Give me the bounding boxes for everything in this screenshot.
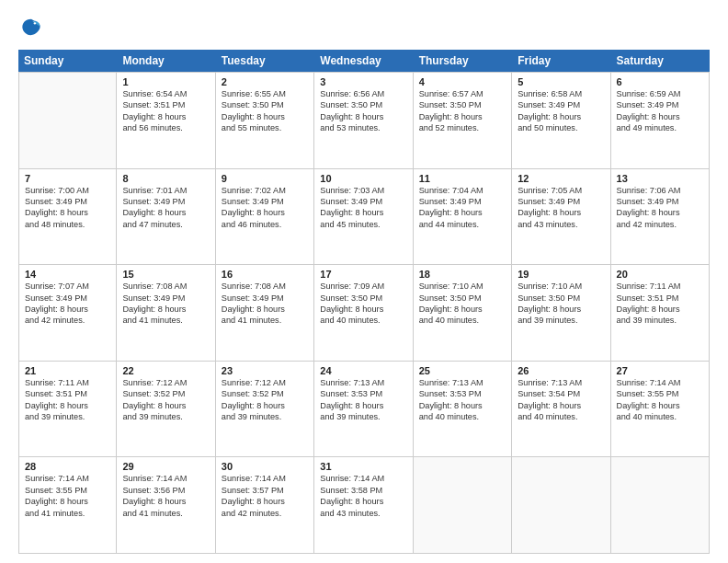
cell-info-line: Daylight: 8 hours <box>320 304 406 315</box>
cell-info-line: Sunset: 3:52 PM <box>222 388 308 399</box>
calendar-cell: 8Sunrise: 7:01 AMSunset: 3:49 PMDaylight… <box>117 169 215 265</box>
cell-info-line: Daylight: 8 hours <box>122 400 209 411</box>
cell-info-line: Sunrise: 7:13 AM <box>320 377 406 388</box>
cell-info-line: Daylight: 8 hours <box>419 111 506 122</box>
cell-info-line: Sunset: 3:50 PM <box>419 293 506 304</box>
calendar-cell: 2Sunrise: 6:55 AMSunset: 3:50 PMDaylight… <box>216 73 314 168</box>
cell-info-line: Daylight: 8 hours <box>122 496 209 507</box>
calendar-cell <box>18 73 117 168</box>
day-number: 8 <box>122 173 209 184</box>
cell-info-line: Daylight: 8 hours <box>419 207 506 218</box>
calendar-header: SundayMondayTuesdayWednesdayThursdayFrid… <box>18 50 710 72</box>
cell-info-line: Sunrise: 7:14 AM <box>320 473 406 484</box>
cell-info-line: Sunrise: 7:11 AM <box>617 281 703 292</box>
calendar-cell: 30Sunrise: 7:14 AMSunset: 3:57 PMDayligh… <box>216 457 314 553</box>
cell-info-line: and 50 minutes. <box>518 122 604 133</box>
cell-info-line: Sunrise: 7:10 AM <box>518 281 604 292</box>
day-number: 11 <box>419 173 506 184</box>
cell-info-line: Sunset: 3:49 PM <box>222 293 308 304</box>
cell-info-line: Sunrise: 6:54 AM <box>122 88 209 99</box>
cell-info-line: Daylight: 8 hours <box>222 111 308 122</box>
cell-info-line: Daylight: 8 hours <box>320 400 406 411</box>
cell-info-line: Daylight: 8 hours <box>419 400 506 411</box>
day-number: 3 <box>320 76 406 87</box>
day-number: 25 <box>419 365 506 376</box>
calendar-body: 1Sunrise: 6:54 AMSunset: 3:51 PMDaylight… <box>18 72 710 554</box>
cell-info-line: Sunset: 3:49 PM <box>419 196 506 207</box>
cell-info-line: and 39 minutes. <box>122 411 209 422</box>
calendar-cell: 28Sunrise: 7:14 AMSunset: 3:55 PMDayligh… <box>18 457 117 553</box>
calendar-cell: 25Sunrise: 7:13 AMSunset: 3:53 PMDayligh… <box>414 362 512 457</box>
calendar-cell <box>414 457 512 553</box>
cell-info-line: Sunset: 3:51 PM <box>617 293 703 304</box>
cell-info-line: Sunset: 3:53 PM <box>320 388 406 399</box>
cell-info-line: and 40 minutes. <box>617 411 703 422</box>
cell-info-line: Sunrise: 7:03 AM <box>320 185 406 196</box>
cell-info-line: Sunrise: 6:56 AM <box>320 88 406 99</box>
calendar-cell: 4Sunrise: 6:57 AMSunset: 3:50 PMDaylight… <box>414 73 512 168</box>
cell-info-line: and 41 minutes. <box>25 508 110 519</box>
cell-info-line: Sunset: 3:49 PM <box>222 196 308 207</box>
cell-info-line: Sunset: 3:54 PM <box>518 388 604 399</box>
cell-info-line: Sunrise: 7:14 AM <box>222 473 308 484</box>
cell-info-line: Sunrise: 7:12 AM <box>122 377 209 388</box>
cell-info-line: Daylight: 8 hours <box>617 207 703 218</box>
day-number: 2 <box>222 76 308 87</box>
cell-info-line: Daylight: 8 hours <box>25 304 110 315</box>
cell-info-line: Sunrise: 7:10 AM <box>419 281 506 292</box>
cell-info-line: Sunrise: 7:04 AM <box>419 185 506 196</box>
day-number: 27 <box>617 365 703 376</box>
calendar-cell: 21Sunrise: 7:11 AMSunset: 3:51 PMDayligh… <box>18 362 117 457</box>
cell-info-line: Sunrise: 7:00 AM <box>25 185 110 196</box>
logo-bird-icon <box>18 15 44 40</box>
cell-info-line: Sunrise: 7:14 AM <box>122 473 209 484</box>
cell-info-line: Daylight: 8 hours <box>25 496 110 507</box>
calendar-week-4: 21Sunrise: 7:11 AMSunset: 3:51 PMDayligh… <box>18 362 710 458</box>
day-number: 21 <box>25 365 110 376</box>
calendar-cell: 27Sunrise: 7:14 AMSunset: 3:55 PMDayligh… <box>611 362 710 457</box>
cell-info-line: Daylight: 8 hours <box>320 496 406 507</box>
day-number: 20 <box>617 269 703 280</box>
calendar-cell: 20Sunrise: 7:11 AMSunset: 3:51 PMDayligh… <box>611 265 710 361</box>
cell-info-line: Daylight: 8 hours <box>320 207 406 218</box>
cell-info-line: Sunset: 3:49 PM <box>320 196 406 207</box>
cell-info-line: Sunrise: 7:09 AM <box>320 281 406 292</box>
cell-info-line: Sunrise: 6:57 AM <box>419 88 506 99</box>
cell-info-line: Sunset: 3:50 PM <box>320 293 406 304</box>
calendar-cell: 15Sunrise: 7:08 AMSunset: 3:49 PMDayligh… <box>117 265 215 361</box>
cell-info-line: Sunrise: 7:06 AM <box>617 185 703 196</box>
day-number: 12 <box>518 173 604 184</box>
cell-info-line: and 44 minutes. <box>419 219 506 230</box>
calendar-cell: 18Sunrise: 7:10 AMSunset: 3:50 PMDayligh… <box>414 265 512 361</box>
day-number: 28 <box>25 461 110 472</box>
day-number: 17 <box>320 269 406 280</box>
calendar-cell: 9Sunrise: 7:02 AMSunset: 3:49 PMDaylight… <box>216 169 314 265</box>
cell-info-line: Sunset: 3:49 PM <box>25 293 110 304</box>
cell-info-line: Sunset: 3:55 PM <box>25 485 110 496</box>
cell-info-line: and 41 minutes. <box>122 508 209 519</box>
calendar-cell: 7Sunrise: 7:00 AMSunset: 3:49 PMDaylight… <box>18 169 117 265</box>
calendar-cell: 19Sunrise: 7:10 AMSunset: 3:50 PMDayligh… <box>512 265 610 361</box>
cell-info-line: Sunset: 3:50 PM <box>222 99 308 110</box>
cell-info-line: Sunrise: 7:11 AM <box>25 377 110 388</box>
cell-info-line: and 40 minutes. <box>419 315 506 326</box>
svg-point-0 <box>34 22 36 24</box>
day-number: 24 <box>320 365 406 376</box>
cell-info-line: and 40 minutes. <box>320 315 406 326</box>
cell-info-line: and 47 minutes. <box>122 219 209 230</box>
cell-info-line: Daylight: 8 hours <box>617 400 703 411</box>
cell-info-line: Daylight: 8 hours <box>320 111 406 122</box>
cell-info-line: Sunrise: 7:07 AM <box>25 281 110 292</box>
cell-info-line: and 56 minutes. <box>122 122 209 133</box>
cell-info-line: Sunrise: 7:13 AM <box>419 377 506 388</box>
cell-info-line: Sunset: 3:51 PM <box>25 388 110 399</box>
cell-info-line: and 39 minutes. <box>617 315 703 326</box>
day-number: 14 <box>25 269 110 280</box>
calendar-cell: 31Sunrise: 7:14 AMSunset: 3:58 PMDayligh… <box>314 457 413 553</box>
header <box>18 15 710 40</box>
cell-info-line: Daylight: 8 hours <box>222 207 308 218</box>
day-number: 30 <box>222 461 308 472</box>
day-number: 1 <box>122 76 209 87</box>
cell-info-line: and 41 minutes. <box>222 315 308 326</box>
cell-info-line: and 42 minutes. <box>222 508 308 519</box>
